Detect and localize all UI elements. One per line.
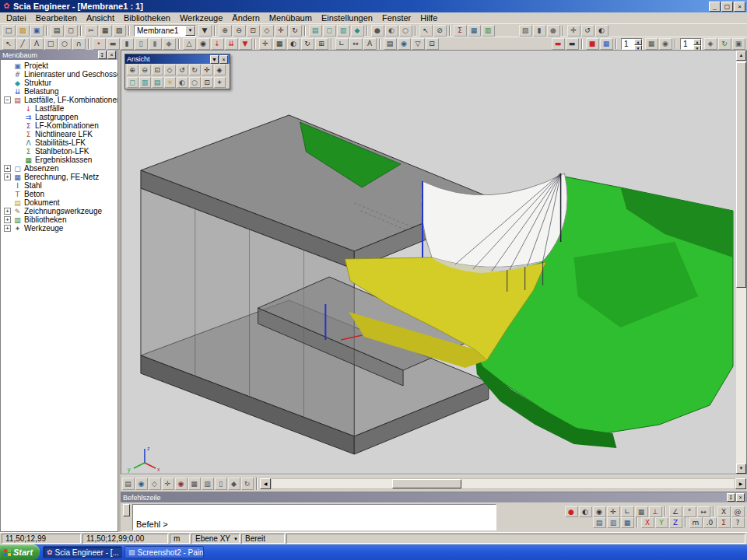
zoom-in-icon[interactable]: ⊕ bbox=[219, 25, 232, 37]
menu-bearbeiten[interactable]: Bearbeiten bbox=[31, 12, 82, 23]
menu-ansicht[interactable]: Ansicht bbox=[82, 12, 119, 23]
spin-up-icon[interactable]: ▲ bbox=[693, 39, 701, 45]
snap-mode-icon[interactable]: ◉ bbox=[175, 478, 188, 490]
tree-item-ergebnisklassen[interactable]: ▦Ergebnisklassen bbox=[1, 156, 117, 164]
snap-small-icon[interactable]: ◉ bbox=[659, 38, 672, 50]
taskbar-task-screenshot2-paint[interactable]: ▨Screenshot2 - Paint bbox=[124, 546, 204, 558]
tree-item-stahlbeton-lfk[interactable]: ΣStahlbeton-LFK bbox=[1, 147, 117, 156]
line-grid-icon[interactable]: ▥ bbox=[202, 478, 214, 490]
circle-icon[interactable]: ○ bbox=[58, 38, 72, 50]
tree-item-dokument[interactable]: ▤Dokument bbox=[1, 198, 117, 207]
screenshot-icon[interactable]: ▣ bbox=[732, 38, 745, 50]
refresh-icon[interactable]: ↻ bbox=[718, 38, 731, 50]
taskbar-task-scia-engineer[interactable]: ✿Scia Engineer - [... bbox=[43, 546, 122, 558]
project-item-combobox[interactable]: Membrane1 ▼ bbox=[134, 25, 196, 37]
snap-intersect-icon[interactable]: ✛ bbox=[607, 506, 620, 517]
paste-icon[interactable]: ▧ bbox=[113, 25, 126, 37]
tree-item-stahl[interactable]: IStahl bbox=[1, 181, 117, 190]
shade2-icon[interactable]: ◐ bbox=[177, 77, 188, 88]
menu-datei[interactable]: Datei bbox=[2, 12, 31, 23]
spin-up-icon[interactable]: ▲ bbox=[634, 39, 642, 45]
plane-toggle-icon[interactable]: ▯ bbox=[215, 478, 227, 490]
clip-icon[interactable]: ⊡ bbox=[426, 38, 439, 50]
mirror-3d-icon[interactable]: ◐ bbox=[595, 25, 608, 37]
viewport-canvas[interactable]: z x y Ansicht ▼ × ⊕⊖⊡◇↺↻✛◈ ◻▥▤☀◐○ bbox=[121, 51, 736, 474]
tree-item-lf-kombinationen[interactable]: ΣLF-Kombinationen bbox=[1, 121, 117, 130]
sphere-3d-icon[interactable]: ● bbox=[547, 25, 560, 37]
tree-item-lastf-lle[interactable]: ↓Lastfälle bbox=[1, 104, 117, 113]
ansicht-title-bar[interactable]: Ansicht ▼ × bbox=[125, 54, 230, 64]
scroll-down-icon[interactable]: ▼ bbox=[736, 464, 746, 474]
tree-item-belastung[interactable]: ⇊Belastung bbox=[1, 87, 117, 96]
close-button[interactable]: × bbox=[734, 2, 745, 12]
regen-icon[interactable]: ↻ bbox=[241, 478, 254, 490]
rotate-3d-icon[interactable]: ↺ bbox=[581, 25, 594, 37]
select-icon[interactable]: ↖ bbox=[419, 25, 433, 37]
coord-abs-icon[interactable]: X bbox=[717, 506, 731, 517]
snap-ortho-icon[interactable]: ⊥ bbox=[649, 506, 662, 517]
array-icon[interactable]: ⊞ bbox=[315, 38, 328, 50]
tree-item-werkzeuge[interactable]: +✦Werkzeuge bbox=[1, 224, 117, 233]
value-spinner[interactable]: 1▲▼ bbox=[680, 38, 702, 50]
tree-expand-plus-icon[interactable]: + bbox=[4, 165, 11, 172]
vertical-scroll-thumb[interactable] bbox=[736, 62, 746, 288]
rotate-view-icon[interactable]: ↻ bbox=[289, 25, 302, 37]
close-button[interactable]: × bbox=[219, 55, 228, 64]
line-icon[interactable]: ╱ bbox=[16, 38, 30, 50]
cylinder-3d-icon[interactable]: ▮ bbox=[533, 25, 546, 37]
tree-item-absenzen[interactable]: +▢Absenzen bbox=[1, 164, 117, 173]
print-icon[interactable]: ▤ bbox=[51, 25, 64, 37]
color-fill-icon[interactable]: ■ bbox=[586, 38, 599, 50]
chevron-down-icon[interactable]: ▼ bbox=[210, 55, 219, 64]
command-input[interactable]: Befehl > bbox=[132, 504, 496, 530]
zoom-out-icon[interactable]: ⊖ bbox=[233, 25, 246, 37]
beam-icon[interactable]: ▬ bbox=[107, 38, 120, 50]
dot-grid-icon[interactable]: ▦ bbox=[188, 478, 201, 490]
tree-item-stabilit-ts-lfk[interactable]: ΛStabilitäts-LFK bbox=[1, 138, 117, 147]
horizontal-scroll-thumb[interactable] bbox=[392, 479, 461, 488]
snap-node-icon[interactable]: ● bbox=[565, 506, 578, 517]
ansicht-floating-toolbar[interactable]: Ansicht ▼ × ⊕⊖⊡◇↺↻✛◈ ◻▥▤☀◐○⊡✦ bbox=[124, 54, 230, 89]
coords-toggle-icon[interactable]: ✛ bbox=[162, 478, 174, 490]
pan-icon[interactable]: ✛ bbox=[275, 25, 288, 37]
axis-x-icon[interactable]: X bbox=[641, 517, 654, 528]
zoom-prev-icon[interactable]: ↺ bbox=[177, 65, 188, 75]
wire-icon[interactable]: ○ bbox=[399, 25, 412, 37]
plane-xz-icon[interactable]: ▥ bbox=[607, 517, 620, 528]
move-icon[interactable]: ✛ bbox=[259, 38, 272, 50]
move-3d-icon[interactable]: ✛ bbox=[567, 25, 580, 37]
save-icon[interactable]: ▣ bbox=[30, 25, 44, 37]
polyline-icon[interactable]: Λ bbox=[30, 38, 44, 50]
pin-button[interactable]: ↧ bbox=[98, 51, 107, 59]
tree-item-beton[interactable]: TBeton bbox=[1, 190, 117, 198]
model-viewport[interactable]: z x y Ansicht ▼ × ⊕⊖⊡◇↺↻✛◈ ◻▥▤☀◐○ bbox=[121, 50, 747, 474]
grid-small-icon[interactable]: ▦ bbox=[645, 38, 658, 50]
start-button[interactable]: Start bbox=[0, 544, 40, 560]
activity-icon[interactable]: ◉ bbox=[135, 478, 148, 490]
menu-men-baum[interactable]: Menübaum bbox=[265, 12, 317, 23]
rotate-view2-icon[interactable]: ↻ bbox=[189, 65, 201, 75]
restore-button[interactable]: ▢ bbox=[721, 2, 733, 12]
menu-bibliotheken[interactable]: Bibliotheken bbox=[119, 12, 175, 23]
tree-expand-plus-icon[interactable]: + bbox=[4, 173, 11, 180]
tree-item-linienraster-und-geschosse[interactable]: #Linienraster und Geschosse bbox=[1, 70, 117, 79]
angle-input-icon[interactable]: ° bbox=[683, 506, 696, 517]
pan2-icon[interactable]: ✛ bbox=[202, 65, 213, 75]
axis-y-icon[interactable]: Y bbox=[655, 517, 668, 528]
vertical-scroll-track[interactable] bbox=[736, 61, 746, 464]
tree-expand-minus-icon[interactable]: − bbox=[4, 96, 11, 103]
filter-icon[interactable]: ▽ bbox=[412, 38, 425, 50]
volume-icon[interactable]: ◆ bbox=[228, 478, 240, 490]
wire2-icon[interactable]: ○ bbox=[189, 77, 201, 88]
node-icon[interactable]: • bbox=[93, 38, 106, 50]
dimension-icon[interactable]: ↔ bbox=[349, 38, 363, 50]
panel-grip[interactable] bbox=[123, 504, 131, 530]
tree-item-berechnung-fe-netz[interactable]: +▦Berechnung, FE-Netz bbox=[1, 173, 117, 181]
snap-mid-icon[interactable]: ◐ bbox=[579, 506, 592, 517]
length-input-icon[interactable]: ↔ bbox=[697, 506, 710, 517]
horizontal-scroll-track[interactable] bbox=[271, 478, 735, 489]
view-settings-icon[interactable]: ✦ bbox=[214, 77, 226, 88]
open-icon[interactable]: ▨ bbox=[16, 25, 30, 37]
mesh-icon[interactable]: ▦ bbox=[468, 25, 481, 37]
line-style-icon[interactable]: ▬ bbox=[552, 38, 565, 50]
